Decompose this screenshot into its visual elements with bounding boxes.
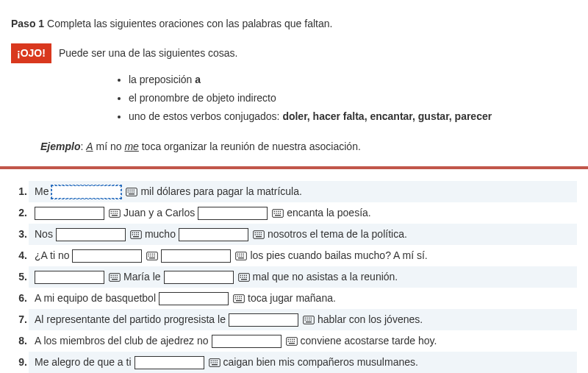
svg-rect-88 xyxy=(245,277,246,277)
svg-rect-121 xyxy=(210,360,211,360)
keyboard-icon[interactable] xyxy=(109,208,121,219)
svg-rect-4 xyxy=(134,189,135,190)
keyboard-icon[interactable] xyxy=(233,294,245,304)
example-text: toca organizar la reunión de nuestra aso… xyxy=(139,141,361,152)
svg-rect-89 xyxy=(241,279,247,280)
list-item: la preposición a xyxy=(129,72,577,88)
answer-input[interactable] xyxy=(161,249,231,263)
svg-rect-104 xyxy=(311,317,312,318)
answer-input[interactable] xyxy=(159,292,229,305)
svg-rect-27 xyxy=(278,213,279,213)
keyboard-icon[interactable] xyxy=(130,230,142,240)
svg-rect-63 xyxy=(241,253,242,254)
example-label: Ejemplo xyxy=(40,141,80,152)
answer-input[interactable] xyxy=(212,335,282,348)
svg-rect-82 xyxy=(242,274,243,275)
svg-rect-95 xyxy=(235,298,236,299)
svg-rect-115 xyxy=(287,341,288,341)
svg-rect-111 xyxy=(287,338,288,339)
svg-rect-127 xyxy=(215,362,215,363)
question-text: encanta la poesía. xyxy=(287,205,370,221)
list-item: el pronombre de objeto indirecto xyxy=(129,90,577,106)
svg-rect-18 xyxy=(117,213,118,213)
svg-rect-122 xyxy=(212,360,213,360)
answer-input[interactable] xyxy=(72,249,142,263)
svg-rect-72 xyxy=(112,274,113,275)
keyboard-icon[interactable] xyxy=(109,272,121,283)
svg-rect-106 xyxy=(306,319,307,320)
svg-rect-86 xyxy=(242,277,243,277)
answer-input[interactable] xyxy=(198,207,268,220)
svg-rect-41 xyxy=(255,232,256,232)
paso-header: Paso 1 Completa las siguientes oraciones… xyxy=(11,16,577,32)
svg-rect-37 xyxy=(136,234,137,235)
svg-rect-48 xyxy=(261,234,262,235)
keyboard-icon[interactable] xyxy=(272,208,284,219)
svg-rect-77 xyxy=(115,277,115,277)
svg-rect-22 xyxy=(276,210,277,211)
bullet-list: la preposición a el pronombre de objeto … xyxy=(11,72,577,124)
answer-input[interactable] xyxy=(179,228,248,241)
svg-rect-58 xyxy=(154,255,155,256)
svg-rect-11 xyxy=(111,210,112,211)
svg-rect-14 xyxy=(117,210,118,211)
svg-rect-23 xyxy=(278,210,279,211)
answer-input[interactable] xyxy=(35,271,104,284)
svg-rect-42 xyxy=(257,232,257,232)
svg-rect-123 xyxy=(215,360,215,360)
svg-rect-81 xyxy=(240,274,240,275)
example-underline: A xyxy=(86,141,93,152)
svg-rect-101 xyxy=(305,317,306,318)
keyboard-icon[interactable] xyxy=(238,272,250,283)
svg-rect-117 xyxy=(292,341,293,341)
svg-rect-114 xyxy=(293,338,294,339)
answer-input[interactable] xyxy=(51,185,121,199)
question-row: Al representante del partido progresista… xyxy=(29,309,577,330)
keyboard-icon[interactable] xyxy=(253,230,265,240)
svg-rect-46 xyxy=(257,234,257,235)
svg-rect-8 xyxy=(134,191,135,192)
ojo-text: Puede ser una de las siguientes cosas. xyxy=(59,46,238,61)
answer-input[interactable] xyxy=(35,207,104,220)
keyboard-icon[interactable] xyxy=(209,358,220,368)
question-text: Al representante del partido progresista… xyxy=(35,312,226,327)
svg-rect-54 xyxy=(154,253,155,254)
svg-rect-39 xyxy=(133,236,139,237)
question-text: toca jugar mañana. xyxy=(248,291,336,306)
keyboard-icon[interactable] xyxy=(146,251,158,261)
svg-rect-64 xyxy=(243,253,244,254)
svg-rect-69 xyxy=(238,257,244,258)
bullet-bold: doler, hacer falta, encantar, gustar, pa… xyxy=(282,110,492,122)
paso-text: Completa las siguientes oraciones con la… xyxy=(47,18,332,29)
question-text: nosotros el tema de la política. xyxy=(268,227,407,242)
svg-rect-79 xyxy=(112,279,118,280)
svg-rect-5 xyxy=(128,191,129,192)
svg-rect-124 xyxy=(216,360,217,360)
question-row: Nos mucho nosotros el tema de la polític… xyxy=(29,224,577,245)
answer-input[interactable] xyxy=(164,271,234,284)
answer-input[interactable] xyxy=(135,356,204,369)
svg-rect-87 xyxy=(244,277,245,277)
svg-rect-51 xyxy=(148,253,149,254)
question-row: Juan y a Carlos encanta la poesía. xyxy=(29,202,577,224)
keyboard-icon[interactable] xyxy=(286,336,298,347)
question-row: Me alegro de que a ti caigan bien mis co… xyxy=(29,352,577,373)
svg-rect-26 xyxy=(276,213,277,213)
answer-input[interactable] xyxy=(229,313,298,327)
svg-rect-32 xyxy=(134,232,135,232)
svg-rect-38 xyxy=(138,234,139,235)
keyboard-icon[interactable] xyxy=(235,251,247,261)
bullet-text: la preposición xyxy=(129,74,195,85)
svg-rect-67 xyxy=(241,255,242,256)
question-text: Nos xyxy=(35,227,53,242)
svg-rect-102 xyxy=(306,317,307,318)
example-row: Ejemplo: A mí no me toca organizar la re… xyxy=(40,139,577,154)
question-text: Me xyxy=(35,184,49,199)
keyboard-icon[interactable] xyxy=(303,315,315,325)
svg-rect-2 xyxy=(130,189,131,190)
svg-rect-49 xyxy=(256,236,262,237)
keyboard-icon[interactable] xyxy=(126,187,137,197)
svg-rect-107 xyxy=(309,319,309,320)
svg-rect-56 xyxy=(151,255,151,256)
answer-input[interactable] xyxy=(56,228,126,241)
